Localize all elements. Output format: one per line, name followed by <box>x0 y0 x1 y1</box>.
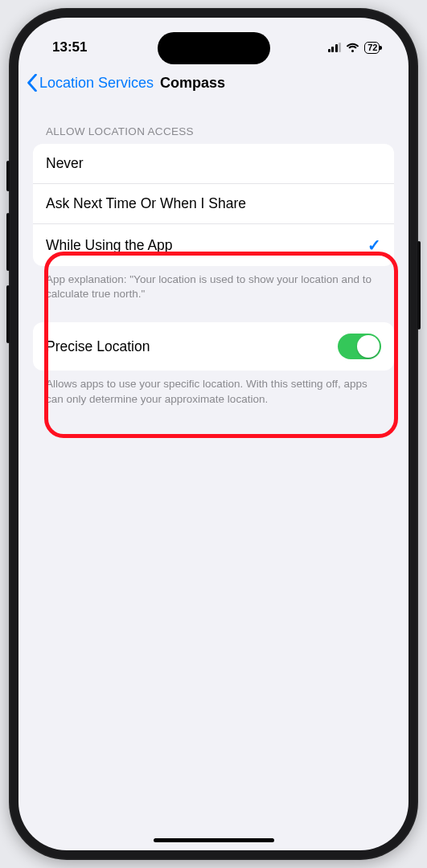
group-footer: App explanation: "Your location is used … <box>33 266 394 301</box>
status-time: 13:51 <box>52 39 87 55</box>
group-footer: Allows apps to use your specific locatio… <box>33 371 394 406</box>
dynamic-island <box>158 32 270 64</box>
battery-percent: 72 <box>367 43 377 52</box>
access-option-list: Never Ask Next Time Or When I Share Whil… <box>33 144 394 266</box>
back-chevron-icon[interactable] <box>27 74 38 92</box>
option-ask-next-time[interactable]: Ask Next Time Or When I Share <box>33 184 394 224</box>
phone-frame: 13:51 72 Location Services Compass <box>9 8 418 860</box>
battery-icon: 72 <box>364 42 380 54</box>
toggle-knob <box>357 335 380 358</box>
precise-location-row[interactable]: Precise Location <box>33 322 394 371</box>
option-label: While Using the App <box>46 237 173 254</box>
page-title: Compass <box>160 75 225 92</box>
content: ALLOW LOCATION ACCESS Never Ask Next Tim… <box>18 125 409 407</box>
option-label: Never <box>46 155 84 172</box>
precise-location-group: Precise Location Allows apps to use your… <box>33 322 394 406</box>
status-indicators: 72 <box>328 42 380 54</box>
option-label: Ask Next Time Or When I Share <box>46 195 246 212</box>
back-button[interactable]: Location Services <box>39 75 154 92</box>
checkmark-icon: ✓ <box>367 235 381 255</box>
precise-location-label: Precise Location <box>46 338 150 355</box>
precise-location-toggle[interactable] <box>338 334 381 359</box>
home-indicator[interactable] <box>154 838 274 842</box>
precise-list: Precise Location <box>33 322 394 371</box>
group-header: ALLOW LOCATION ACCESS <box>33 125 394 144</box>
side-button <box>6 161 10 191</box>
volume-up-button <box>6 213 10 271</box>
location-access-group: ALLOW LOCATION ACCESS Never Ask Next Tim… <box>33 125 394 301</box>
cellular-icon <box>328 43 342 52</box>
power-button <box>417 241 421 330</box>
option-never[interactable]: Never <box>33 144 394 184</box>
option-while-using[interactable]: While Using the App ✓ <box>33 224 394 266</box>
nav-bar: Location Services Compass <box>18 66 409 103</box>
wifi-icon <box>346 43 359 53</box>
volume-down-button <box>6 285 10 343</box>
screen: 13:51 72 Location Services Compass <box>18 18 409 850</box>
